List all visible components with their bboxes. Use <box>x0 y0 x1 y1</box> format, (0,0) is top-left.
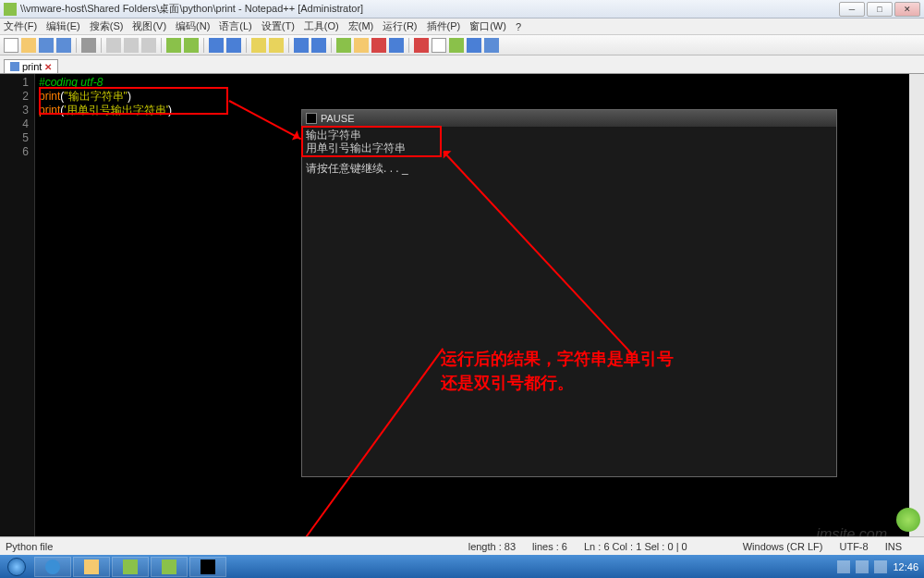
system-tray[interactable]: 12:46 <box>832 560 924 573</box>
console-window: PAUSE 输出字符串 用单引号输出字符串 请按任意键继续. . . _ <box>301 109 837 477</box>
tray-clock[interactable]: 12:46 <box>893 561 918 572</box>
open-icon[interactable] <box>21 38 36 53</box>
vertical-scrollbar[interactable] <box>909 74 924 536</box>
zoom-in-icon[interactable] <box>251 38 266 53</box>
play-icon[interactable] <box>449 38 464 53</box>
print-icon[interactable] <box>81 38 96 53</box>
find-icon[interactable] <box>209 38 224 53</box>
code-highlight-box <box>39 87 228 115</box>
floating-badge[interactable] <box>896 508 920 532</box>
annotation-text: 运行后的结果，字符串是单引号 还是双引号都行。 <box>441 347 674 395</box>
app-icon <box>4 3 17 16</box>
paste-icon[interactable] <box>141 38 156 53</box>
explorer-icon <box>84 560 99 574</box>
stop-icon[interactable] <box>432 38 446 53</box>
menu-encoding[interactable]: 编码(N) <box>176 19 210 33</box>
taskbar-console[interactable] <box>189 557 226 577</box>
status-length: length : 83 <box>468 541 516 552</box>
start-orb-icon <box>7 558 26 576</box>
close-button[interactable]: ✕ <box>894 2 920 17</box>
menu-settings[interactable]: 设置(T) <box>261 19 295 33</box>
taskbar-ie[interactable] <box>34 557 71 577</box>
toolbar <box>0 35 924 55</box>
record-icon[interactable] <box>414 38 429 53</box>
status-position: Ln : 6 Col : 1 Sel : 0 | 0 <box>584 541 687 552</box>
copy-icon[interactable] <box>124 38 139 53</box>
ie-icon <box>45 560 60 574</box>
tab-close-icon[interactable]: ✕ <box>44 62 52 72</box>
tab-label: print <box>22 61 42 72</box>
tray-volume-icon[interactable] <box>874 560 887 573</box>
app1-icon <box>123 560 138 574</box>
start-button[interactable] <box>0 555 33 578</box>
menu-help[interactable]: ? <box>516 21 521 32</box>
savemacro-icon[interactable] <box>484 38 499 53</box>
menu-edit[interactable]: 编辑(E) <box>46 19 80 33</box>
new-icon[interactable] <box>4 38 18 53</box>
console-titlebar[interactable]: PAUSE <box>302 110 836 127</box>
menu-bar: 文件(F) 编辑(E) 搜索(S) 视图(V) 编码(N) 语言(L) 设置(T… <box>0 18 924 35</box>
status-eol: Windows (CR LF) <box>743 541 823 552</box>
tray-flag-icon[interactable] <box>837 560 850 573</box>
window-title: \\vmware-host\Shared Folders\桌面\python\p… <box>20 2 363 16</box>
menu-macro[interactable]: 宏(M) <box>348 19 374 33</box>
maximize-button[interactable]: □ <box>867 2 893 17</box>
menu-view[interactable]: 视图(V) <box>132 19 166 33</box>
status-lines: lines : 6 <box>532 541 567 552</box>
showall-icon[interactable] <box>311 38 326 53</box>
taskbar-explorer[interactable] <box>73 557 110 577</box>
file-icon <box>10 62 19 71</box>
status-encoding: UTF-8 <box>839 541 868 552</box>
monitor-icon[interactable] <box>371 38 386 53</box>
status-bar: Python file length : 83 lines : 6 Ln : 6… <box>0 536 924 555</box>
undo-icon[interactable] <box>166 38 181 53</box>
menu-search[interactable]: 搜索(S) <box>90 19 124 33</box>
console-title: PAUSE <box>321 113 354 124</box>
windows-taskbar: 12:46 <box>0 555 924 578</box>
saveall-icon[interactable] <box>56 38 71 53</box>
cut-icon[interactable] <box>106 38 121 53</box>
save-icon[interactable] <box>39 38 54 53</box>
tab-bar: print ✕ <box>0 55 924 74</box>
output-highlight-box <box>301 126 442 157</box>
tray-network-icon[interactable] <box>856 560 869 573</box>
indent-icon[interactable] <box>336 38 351 53</box>
console-icon <box>306 113 317 124</box>
console-task-icon <box>201 560 215 574</box>
app2-icon <box>162 560 176 574</box>
window-titlebar: \\vmware-host\Shared Folders\桌面\python\p… <box>0 0 924 18</box>
replace-icon[interactable] <box>226 38 241 53</box>
minimize-button[interactable]: ─ <box>839 2 865 17</box>
menu-tools[interactable]: 工具(O) <box>304 19 339 33</box>
redo-icon[interactable] <box>184 38 199 53</box>
menu-window[interactable]: 窗口(W) <box>469 19 506 33</box>
menu-file[interactable]: 文件(F) <box>4 19 37 33</box>
line-gutter: 1 2 3 4 5 6 <box>0 74 35 536</box>
status-ins: INS <box>885 541 902 552</box>
status-filetype: Python file <box>6 541 53 552</box>
taskbar-app1[interactable] <box>112 557 149 577</box>
folder2-icon[interactable] <box>354 38 369 53</box>
playmulti-icon[interactable] <box>467 38 481 53</box>
menu-plugins[interactable]: 插件(P) <box>427 19 461 33</box>
menu-language[interactable]: 语言(L) <box>219 19 251 33</box>
menu-run[interactable]: 运行(R) <box>383 19 417 33</box>
tab-print[interactable]: print ✕ <box>4 59 58 73</box>
wrap-icon[interactable] <box>294 38 309 53</box>
zoom-out-icon[interactable] <box>269 38 284 53</box>
func-icon[interactable] <box>389 38 404 53</box>
taskbar-app2[interactable] <box>151 557 188 577</box>
